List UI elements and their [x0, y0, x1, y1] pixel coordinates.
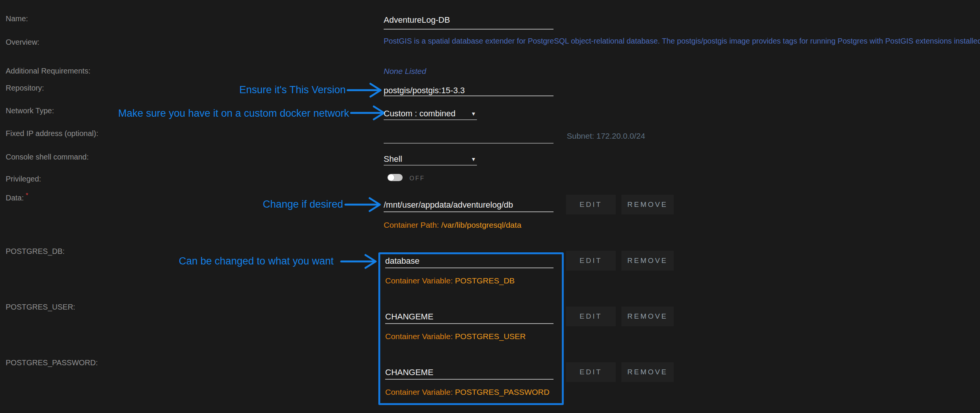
required-asterisk: * — [26, 192, 29, 199]
data-container-path: Container Path: /var/lib/postgresql/data — [383, 221, 521, 230]
field-label-postgres-password: POSTGRES_PASSWORD: — [6, 359, 98, 367]
fixed-ip-underline — [383, 143, 554, 144]
data-path-underline — [383, 211, 554, 212]
postgres-password-underline — [385, 379, 554, 380]
annotation-network: Make sure you have it on a custom docker… — [118, 108, 349, 119]
field-label-privileged: Privileged: — [6, 175, 41, 183]
annotation-arrow-postgres-db — [340, 253, 378, 270]
field-label-data: Data:* — [6, 192, 28, 202]
privileged-toggle-state: OFF — [409, 175, 425, 182]
data-remove-button[interactable]: REMOVE — [621, 195, 674, 214]
field-label-fixed-ip: Fixed IP address (optional): — [6, 129, 98, 138]
field-label-additional-requirements: Additional Requirements: — [6, 67, 90, 75]
field-label-name: Name: — [6, 14, 28, 23]
field-label-postgres-user: POSTGRES_USER: — [6, 303, 75, 311]
annotation-arrow-repository — [347, 82, 382, 98]
additional-requirements-value: None Listed — [383, 67, 426, 76]
data-path-input[interactable]: /mnt/user/appdata/adventurelog/db — [383, 200, 513, 210]
privileged-toggle[interactable] — [387, 174, 402, 181]
field-label-network-type: Network Type: — [6, 106, 54, 115]
network-type-underline — [383, 119, 477, 120]
postgres-user-remove-button[interactable]: REMOVE — [621, 307, 674, 326]
postgres-db-input[interactable]: database — [385, 256, 420, 266]
console-shell-selected-value: Shell — [383, 154, 402, 164]
console-shell-select[interactable]: Shell ▼ — [383, 154, 477, 164]
postgres-user-input[interactable]: CHANGEME — [385, 312, 433, 322]
postgres-user-container-variable: Container Variable: POSTGRES_USER — [385, 332, 526, 341]
annotation-arrow-network — [350, 105, 386, 121]
postgres-user-edit-button[interactable]: EDIT — [566, 307, 616, 326]
data-edit-button[interactable]: EDIT — [566, 195, 616, 214]
postgres-password-input[interactable]: CHANGEME — [385, 367, 433, 377]
chevron-down-icon: ▼ — [471, 156, 476, 162]
postgres-db-container-variable: Container Variable: POSTGRES_DB — [385, 276, 515, 285]
repository-input-underline — [383, 95, 554, 96]
annotation-postgres-db: Can be changed to what you want — [179, 256, 334, 267]
postgres-password-container-variable: Container Variable: POSTGRES_PASSWORD — [385, 388, 549, 397]
console-shell-underline — [383, 165, 477, 165]
annotation-repository: Ensure it's This Version — [239, 84, 346, 96]
name-input[interactable]: AdventureLog-DB — [383, 15, 450, 25]
network-type-selected-value: Custom : combined — [383, 109, 456, 118]
toggle-knob — [388, 174, 394, 181]
fixed-ip-input[interactable] — [383, 131, 554, 142]
field-label-postgres-db: POSTGRES_DB: — [6, 247, 65, 256]
postgres-db-edit-button[interactable]: EDIT — [566, 251, 616, 270]
field-label-overview: Overview: — [6, 38, 40, 47]
annotation-data: Change if desired — [263, 199, 343, 210]
overview-description: PostGIS is a spatial database extender f… — [383, 37, 980, 46]
subnet-info: Subnet: 172.20.0.0/24 — [567, 132, 645, 141]
field-label-console-shell: Console shell command: — [6, 153, 89, 161]
annotation-arrow-data — [345, 196, 382, 213]
repository-input[interactable]: postgis/postgis:15-3.3 — [383, 86, 465, 95]
postgres-user-underline — [385, 323, 554, 324]
postgres-password-edit-button[interactable]: EDIT — [566, 362, 616, 382]
field-label-repository: Repository: — [6, 84, 44, 92]
chevron-down-icon: ▼ — [471, 111, 476, 117]
postgres-password-remove-button[interactable]: REMOVE — [621, 362, 674, 382]
postgres-db-remove-button[interactable]: REMOVE — [621, 251, 674, 270]
highlight-box — [379, 253, 564, 405]
name-input-underline — [383, 29, 554, 30]
network-type-select[interactable]: Custom : combined ▼ — [383, 109, 477, 119]
docker-template-settings-page: Name: Overview: Additional Requirements:… — [0, 0, 980, 413]
postgres-db-underline — [385, 267, 554, 268]
